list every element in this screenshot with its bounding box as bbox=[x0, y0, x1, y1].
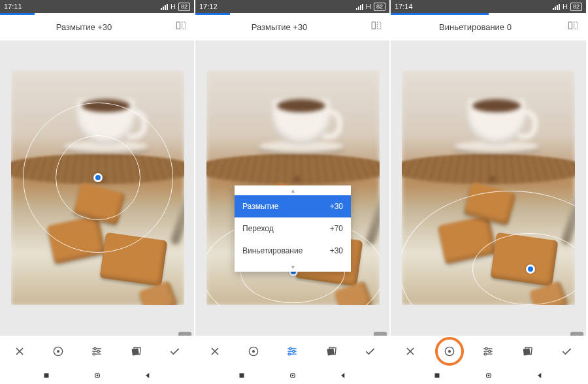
tool-title: Размытие +30 bbox=[0, 22, 168, 32]
svg-point-23 bbox=[291, 375, 293, 377]
image-canvas[interactable] bbox=[0, 40, 195, 328]
svg-rect-0 bbox=[176, 22, 180, 29]
network-label: H bbox=[171, 3, 176, 10]
svg-point-27 bbox=[448, 350, 451, 353]
network-label: H bbox=[563, 3, 568, 10]
compare-button[interactable] bbox=[363, 20, 389, 34]
option-label: Переход bbox=[242, 224, 274, 233]
svg-point-17 bbox=[293, 350, 295, 352]
back-icon[interactable] bbox=[535, 371, 544, 380]
status-bar: 17:12 H 82 bbox=[195, 0, 389, 13]
focus-point[interactable] bbox=[526, 264, 535, 274]
tool-title: Виньетирование 0 bbox=[391, 22, 560, 32]
adjust-button[interactable] bbox=[476, 340, 500, 363]
close-icon bbox=[13, 345, 26, 358]
status-time: 17:11 bbox=[4, 3, 22, 10]
svg-point-3 bbox=[57, 350, 59, 353]
circle-dot-icon bbox=[443, 345, 456, 358]
option-value: +70 bbox=[330, 224, 343, 233]
style-button[interactable] bbox=[515, 340, 539, 363]
status-bar: 17:14 H 82 bbox=[391, 0, 586, 13]
svg-point-6 bbox=[93, 353, 95, 355]
svg-rect-12 bbox=[372, 22, 375, 29]
svg-point-30 bbox=[485, 353, 487, 355]
photo-preview[interactable] bbox=[11, 70, 184, 305]
check-icon bbox=[560, 345, 573, 358]
adjust-button[interactable] bbox=[85, 340, 108, 363]
svg-rect-33 bbox=[435, 374, 440, 378]
cancel-button[interactable] bbox=[203, 340, 227, 363]
svg-rect-24 bbox=[568, 22, 572, 29]
home-icon[interactable] bbox=[93, 371, 102, 380]
slider-progress[interactable] bbox=[391, 13, 489, 15]
svg-point-29 bbox=[489, 350, 491, 352]
cancel-button[interactable] bbox=[8, 340, 31, 363]
compare-icon bbox=[370, 20, 382, 31]
back-icon[interactable] bbox=[338, 371, 348, 380]
adjust-button[interactable] bbox=[280, 340, 304, 363]
system-navbar bbox=[391, 367, 586, 384]
battery-indicator: 82 bbox=[374, 3, 385, 11]
network-label: H bbox=[366, 3, 371, 10]
circle-dot-icon bbox=[52, 345, 65, 358]
option-blur[interactable]: Размытие +30 bbox=[235, 195, 351, 217]
card-stack-icon bbox=[129, 345, 142, 358]
apply-button[interactable] bbox=[555, 340, 578, 363]
focus-point[interactable] bbox=[93, 173, 103, 182]
option-transition[interactable]: Переход +70 bbox=[235, 217, 351, 240]
image-canvas[interactable]: ▴ Размытие +30 Переход +70 Виньетировани… bbox=[195, 40, 391, 328]
chevron-up-icon[interactable]: ▴ bbox=[235, 185, 351, 195]
compare-button[interactable] bbox=[560, 20, 586, 34]
recent-apps-icon[interactable] bbox=[433, 371, 442, 380]
home-icon[interactable] bbox=[484, 371, 493, 380]
recent-apps-icon[interactable] bbox=[42, 371, 51, 380]
system-navbar bbox=[0, 367, 194, 384]
sliders-icon bbox=[482, 345, 495, 358]
shape-button[interactable] bbox=[438, 340, 461, 363]
option-label: Размытие bbox=[242, 202, 278, 211]
signal-icon bbox=[356, 4, 363, 10]
close-icon bbox=[208, 345, 221, 358]
svg-point-15 bbox=[252, 350, 255, 353]
svg-rect-1 bbox=[182, 22, 186, 29]
status-icons: H 82 bbox=[356, 3, 385, 11]
cancel-button[interactable] bbox=[399, 340, 422, 363]
card-stack-icon bbox=[325, 345, 338, 358]
apply-button[interactable] bbox=[163, 340, 186, 363]
bottom-toolbar bbox=[195, 336, 389, 367]
svg-point-11 bbox=[96, 375, 98, 377]
options-popover[interactable]: ▴ Размытие +30 Переход +70 Виньетировани… bbox=[235, 185, 351, 272]
home-icon[interactable] bbox=[288, 371, 297, 380]
style-button[interactable] bbox=[124, 340, 148, 363]
chevron-down-icon[interactable]: ▾ bbox=[235, 262, 351, 272]
close-icon bbox=[404, 345, 417, 358]
image-canvas[interactable] bbox=[391, 40, 586, 328]
signal-icon bbox=[161, 4, 168, 10]
svg-point-35 bbox=[487, 375, 489, 377]
battery-indicator: 82 bbox=[570, 3, 582, 11]
svg-rect-13 bbox=[378, 22, 381, 29]
recent-apps-icon[interactable] bbox=[237, 371, 246, 380]
shape-button[interactable] bbox=[46, 340, 70, 363]
slider-progress[interactable] bbox=[0, 13, 35, 15]
compare-icon bbox=[567, 20, 579, 31]
compare-button[interactable] bbox=[168, 20, 194, 34]
back-icon[interactable] bbox=[143, 371, 152, 380]
battery-indicator: 82 bbox=[178, 3, 190, 11]
apply-button[interactable] bbox=[358, 340, 382, 363]
svg-rect-21 bbox=[239, 374, 244, 378]
check-icon bbox=[363, 345, 376, 358]
system-navbar bbox=[195, 367, 389, 384]
slider-progress[interactable] bbox=[195, 13, 230, 15]
compare-icon bbox=[175, 20, 187, 31]
style-button[interactable] bbox=[319, 340, 343, 363]
bottom-toolbar bbox=[391, 336, 586, 367]
top-toolbar: Размытие +30 bbox=[195, 13, 389, 40]
check-icon bbox=[168, 345, 181, 358]
photo-preview[interactable] bbox=[402, 70, 575, 305]
bottom-toolbar bbox=[0, 336, 194, 367]
top-toolbar: Размытие +30 bbox=[0, 13, 194, 40]
option-vignette[interactable]: Виньетирование +30 bbox=[235, 240, 351, 262]
sliders-icon bbox=[286, 345, 299, 358]
shape-button[interactable] bbox=[242, 340, 265, 363]
